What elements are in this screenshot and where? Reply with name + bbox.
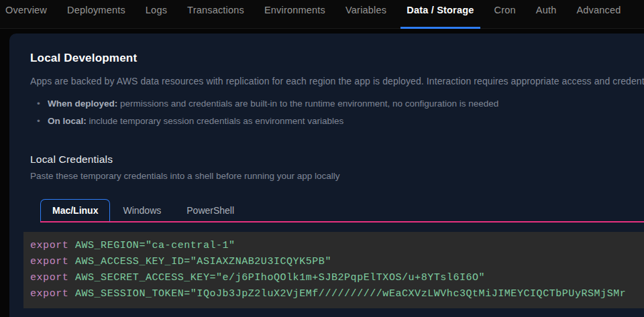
code-line: export AWS_SECRET_ACCESS_KEY="e/j6PIhoQO… (30, 270, 644, 286)
list-item: When deployed: permissions and credentia… (30, 95, 644, 113)
code-value: AWS_SECRET_ACCESS_KEY="e/j6PIhoQOlk1m+SJ… (75, 272, 485, 283)
content-panel: Local Development Apps are backed by AWS… (9, 34, 644, 317)
nav-item-data-storage[interactable]: Data / Storage (407, 0, 474, 29)
tab-powershell[interactable]: PowerShell (174, 200, 247, 221)
credentials-subtitle: Paste these temporary credentials into a… (30, 171, 644, 181)
nav-item-advanced[interactable]: Advanced (576, 0, 621, 29)
tab-mac-linux[interactable]: Mac/Linux (40, 199, 110, 221)
info-list: When deployed: permissions and credentia… (30, 95, 644, 130)
platform-tabbar: Mac/Linux Windows PowerShell (40, 199, 644, 223)
nav-item-environments[interactable]: Environments (264, 0, 325, 29)
list-item: On local: include temporary session cred… (30, 113, 644, 130)
top-nav: Overview Deployments Logs Transactions E… (0, 0, 644, 29)
code-keyword: export (30, 272, 68, 283)
credentials-code-block: export AWS_REGION="ca-central-1" export … (23, 232, 644, 308)
code-keyword: export (30, 288, 68, 300)
page-title: Local Development (30, 52, 644, 65)
bullet-label: When deployed: (48, 99, 117, 109)
nav-item-overview[interactable]: Overview (5, 0, 47, 29)
bullet-label: On local: (48, 116, 87, 126)
code-value: AWS_SESSION_TOKEN="IQoJb3JpZ2luX2VjEMf//… (75, 288, 626, 300)
code-value: AWS_REGION="ca-central-1" (75, 240, 235, 251)
bullet-text: include temporary session credentials as… (89, 116, 344, 126)
nav-item-variables[interactable]: Variables (345, 0, 386, 29)
code-line: export AWS_ACCESS_KEY_ID="ASIAXZNAB2U3IC… (30, 254, 644, 270)
nav-item-logs[interactable]: Logs (146, 0, 167, 29)
code-line: export AWS_SESSION_TOKEN="IQoJb3JpZ2luX2… (30, 286, 644, 302)
nav-item-deployments[interactable]: Deployments (67, 0, 125, 29)
nav-item-transactions[interactable]: Transactions (187, 0, 244, 29)
nav-item-cron[interactable]: Cron (494, 0, 516, 29)
code-keyword: export (30, 256, 68, 267)
tab-windows[interactable]: Windows (110, 200, 174, 221)
page-description: Apps are backed by AWS data resources wi… (30, 76, 644, 86)
code-line: export AWS_REGION="ca-central-1" (30, 238, 644, 254)
credentials-title: Local Credentials (30, 153, 644, 166)
nav-item-auth[interactable]: Auth (536, 0, 557, 29)
code-keyword: export (30, 240, 68, 251)
bullet-text: permissions and credentials are built-in… (120, 99, 498, 109)
code-value: AWS_ACCESS_KEY_ID="ASIAXZNAB2U3ICQYK5PB" (75, 256, 331, 267)
